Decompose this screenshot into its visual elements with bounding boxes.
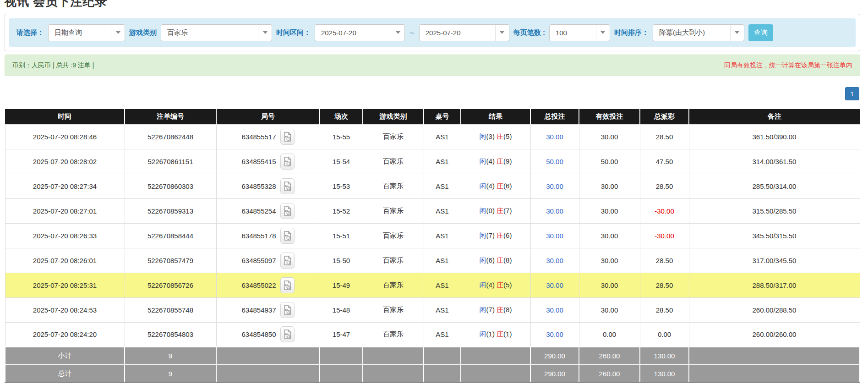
player-result-score: (7) — [486, 231, 495, 239]
cell-remark: 315.50/285.50 — [689, 198, 860, 223]
total-bet-link[interactable]: 30.00 — [546, 207, 563, 215]
cell-payout: 0.00 — [640, 322, 689, 347]
total-bet-link[interactable]: 50.00 — [546, 158, 563, 165]
player-result-label: 闲 — [480, 330, 486, 338]
chevron-down-icon[interactable] — [258, 25, 272, 41]
cell-bet-id: 522670862448 — [125, 124, 216, 149]
col-header-time: 时间 — [5, 109, 125, 124]
banker-result-label: 庄 — [497, 207, 503, 214]
date-from-dropdown[interactable]: 2025-07-20 — [315, 24, 405, 41]
video-record-icon[interactable] — [280, 326, 295, 342]
player-result-label: 闲 — [480, 281, 486, 289]
total-bet-link[interactable]: 30.00 — [546, 330, 563, 338]
cell-table-no: AS1 — [424, 322, 461, 347]
table-row: 2025-07-20 08:26:01 522670857479 6348550… — [5, 248, 860, 273]
total-valid-bet: 260.00 — [579, 365, 640, 383]
banker-result-score: (7) — [503, 207, 512, 214]
cell-table-no: AS1 — [424, 198, 461, 223]
cell-remark: 260.00/288.50 — [689, 297, 860, 322]
banker-result-label: 庄 — [497, 231, 503, 239]
banker-result-score: (6) — [503, 231, 512, 239]
table-row: 2025-07-20 08:27:34 522670860303 6348553… — [5, 174, 860, 198]
chevron-down-icon[interactable] — [495, 25, 509, 41]
video-record-icon[interactable] — [280, 154, 295, 170]
player-result-label: 闲 — [480, 132, 486, 140]
cell-remark: 317.00/345.50 — [689, 248, 860, 273]
banker-result-score: (9) — [503, 157, 512, 165]
total-bet-link[interactable]: 30.00 — [546, 232, 563, 240]
query-type-dropdown[interactable]: 日期查询 — [48, 24, 125, 41]
cell-remark: 345.50/315.50 — [689, 223, 860, 248]
video-record-icon[interactable] — [280, 302, 295, 318]
date-range-separator: ~ — [409, 29, 415, 37]
table-row: 2025-07-20 08:28:46 522670862448 6348555… — [5, 124, 860, 149]
video-record-icon[interactable] — [280, 129, 295, 145]
currency-total-text: 币别：人民币 | 总共 :9 注单 | — [12, 61, 94, 70]
player-result-label: 闲 — [480, 231, 486, 239]
col-header-payout: 总派彩 — [640, 109, 689, 124]
subtotal-label: 小计 — [5, 347, 125, 365]
video-record-icon[interactable] — [280, 277, 295, 293]
cell-game-type: 百家乐 — [363, 124, 424, 149]
cell-result: 闲(0) 庄(7) — [461, 198, 530, 223]
cell-time: 2025-07-20 08:28:02 — [5, 149, 125, 174]
video-record-icon[interactable] — [280, 178, 295, 194]
cell-result: 闲(7) 庄(8) — [461, 297, 530, 322]
query-type-value: 日期查询 — [49, 28, 111, 37]
cell-session: 15-55 — [320, 124, 363, 149]
cell-total-bet: 30.00 — [530, 174, 579, 198]
cell-valid-bet: 30.00 — [579, 198, 640, 223]
col-header-remark: 备注 — [689, 109, 860, 124]
cell-game-type: 百家乐 — [363, 322, 424, 347]
chevron-down-icon[interactable] — [391, 25, 404, 41]
search-button[interactable]: 查询 — [748, 24, 773, 41]
total-bet-link[interactable]: 30.00 — [546, 182, 563, 190]
col-header-round-id: 局号 — [216, 109, 320, 124]
subtotal-payout: 130.00 — [640, 347, 689, 365]
cell-valid-bet: 30.00 — [579, 297, 640, 322]
page-size-value: 100 — [550, 29, 596, 37]
date-to-value: 2025-07-20 — [420, 29, 495, 37]
bet-records-table: 时间 注单编号 局号 场次 游戏类别 桌号 结果 总投注 有效投注 总派彩 备注… — [5, 109, 860, 383]
cell-result: 闲(4) 庄(6) — [461, 174, 530, 198]
chevron-down-icon[interactable] — [111, 25, 125, 41]
cell-total-bet: 30.00 — [530, 248, 579, 273]
total-row: 总计 9 290.00 260.00 130.00 — [5, 365, 860, 383]
total-bet-link[interactable]: 30.00 — [546, 281, 563, 289]
cell-remark: 285.50/314.00 — [689, 174, 860, 198]
cell-result: 闲(4) 庄(5) — [461, 273, 530, 297]
sort-order-dropdown[interactable]: 降冪(由大到小) — [653, 24, 744, 41]
cell-total-bet: 30.00 — [530, 124, 579, 149]
cell-round-id: 634855022 — [216, 273, 320, 297]
page-1-button[interactable]: 1 — [845, 87, 859, 100]
cell-total-bet: 30.00 — [530, 297, 579, 322]
cell-bet-id: 522670860303 — [125, 174, 216, 198]
date-to-dropdown[interactable]: 2025-07-20 — [419, 24, 509, 41]
valid-bet-notice: 同局有效投注，统一计算在该局第一张注单内 — [724, 61, 852, 70]
chevron-down-icon[interactable] — [596, 25, 610, 41]
chevron-down-icon[interactable] — [730, 25, 744, 41]
cell-payout: 28.50 — [640, 174, 689, 198]
video-record-icon[interactable] — [280, 203, 295, 219]
col-header-total-bet: 总投注 — [530, 109, 579, 124]
player-result-score: (4) — [486, 281, 495, 289]
video-record-icon[interactable] — [280, 228, 295, 244]
video-record-icon[interactable] — [280, 253, 295, 269]
col-header-table-no: 桌号 — [424, 109, 461, 124]
cell-bet-id: 522670855748 — [125, 297, 216, 322]
total-bet-link[interactable]: 30.00 — [546, 133, 563, 141]
total-bet-link[interactable]: 30.00 — [546, 257, 563, 264]
summary-bar: 币别：人民币 | 总共 :9 注单 | 同局有效投注，统一计算在该局第一张注单内 — [5, 55, 860, 76]
total-payout: 130.00 — [640, 365, 689, 383]
cell-bet-id: 522670858444 — [125, 223, 216, 248]
total-bet-link[interactable]: 30.00 — [546, 306, 563, 314]
table-row: 2025-07-20 08:28:02 522670861151 6348554… — [5, 149, 860, 174]
cell-remark: 361.50/390.00 — [689, 124, 860, 149]
page-size-dropdown[interactable]: 100 — [549, 24, 610, 41]
game-type-dropdown[interactable]: 百家乐 — [161, 24, 272, 41]
col-header-game-type: 游戏类别 — [363, 109, 424, 124]
cell-table-no: AS1 — [424, 273, 461, 297]
cell-table-no: AS1 — [424, 223, 461, 248]
game-type-value: 百家乐 — [161, 28, 258, 37]
banker-result-label: 庄 — [497, 182, 503, 190]
